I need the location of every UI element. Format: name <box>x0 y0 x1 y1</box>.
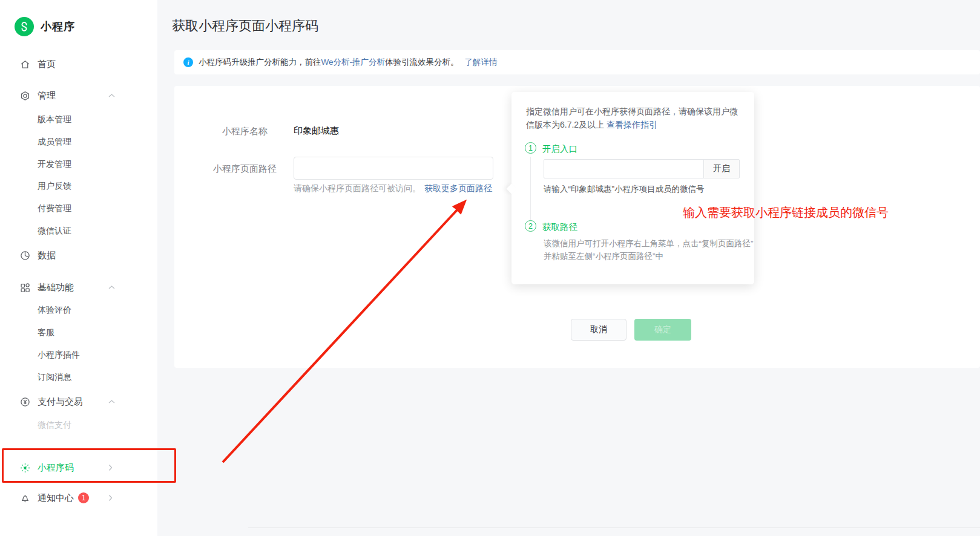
cancel-button[interactable]: 取消 <box>571 319 626 341</box>
nut-icon <box>20 91 30 101</box>
sidebar-item-dev-management[interactable]: 开发管理 <box>0 155 157 174</box>
guide-popover: 指定微信用户可在小程序获得页面路径，请确保该用户微信版本为6.7.2及以上 查看… <box>511 92 754 284</box>
page-title: 获取小程序页面小程序码 <box>172 17 318 35</box>
sidebar-item-data[interactable]: 数据 <box>0 246 157 264</box>
sidebar-item-payment-management[interactable]: 付费管理 <box>0 200 157 218</box>
page-path-hint: 请确保小程序页面路径可被访问。 <box>294 183 421 193</box>
chevron-up-icon <box>108 400 115 404</box>
yen-circle-icon <box>20 397 30 407</box>
step1-hint: 请输入“印象邮城惠”小程序项目成员的微信号 <box>544 184 705 195</box>
sidebar-item-management[interactable]: 管理 <box>0 87 157 105</box>
info-icon: i <box>183 57 193 67</box>
app-title: 小程序 <box>41 19 75 34</box>
sidebar-item-wechat-pay[interactable]: 微信支付 <box>0 416 157 434</box>
banner-text-before: 小程序码升级推广分析能力，前往 <box>199 57 321 68</box>
step2-desc-line2: 并粘贴至左侧“小程序页面路径”中 <box>544 250 663 263</box>
step2-desc-line1: 该微信用户可打开小程序右上角菜单，点击“复制页面路径” <box>544 237 754 250</box>
sidebar-item-basic-features[interactable]: 基础功能 <box>0 278 157 296</box>
app-logo: 小程序 <box>15 17 75 36</box>
miniprogram-name-value: 印象邮城惠 <box>294 125 339 137</box>
step1-number: 1 <box>525 142 536 154</box>
wechat-id-input[interactable] <box>544 159 704 178</box>
miniprogram-code-icon <box>20 463 30 473</box>
notification-badge: 1 <box>78 492 89 503</box>
sidebar-item-payment-trade[interactable]: 支付与交易 <box>0 393 157 411</box>
sidebar: 小程序 首页 管理 版本管理 成员管理 开发管理 用户反馈 付费管理 微信认证 … <box>0 0 157 536</box>
annotation-note-text: 输入需要获取小程序链接成员的微信号 <box>683 204 889 221</box>
info-banner: i 小程序码升级推广分析能力，前往We分析-推广分析体验引流效果分析。 了解详情 <box>174 50 980 74</box>
sidebar-item-version-management[interactable]: 版本管理 <box>0 111 157 129</box>
sidebar-item-experience-review[interactable]: 体验评价 <box>0 301 157 319</box>
sidebar-item-home[interactable]: 首页 <box>0 55 157 73</box>
page-path-label: 小程序页面路径 <box>213 163 277 175</box>
miniprogram-logo-icon <box>15 17 34 36</box>
page-path-input[interactable] <box>294 157 493 180</box>
chevron-up-icon <box>108 94 115 98</box>
banner-analysis-link[interactable]: We分析-推广分析 <box>321 57 386 68</box>
sidebar-item-user-feedback[interactable]: 用户反馈 <box>0 177 157 195</box>
sidebar-item-notification-center[interactable]: 通知中心 1 <box>0 489 157 507</box>
banner-text-after: 体验引流效果分析。 <box>385 57 459 68</box>
view-guide-link[interactable]: 查看操作指引 <box>607 120 657 129</box>
sidebar-item-member-management[interactable]: 成员管理 <box>0 133 157 151</box>
chevron-up-icon <box>108 286 115 290</box>
pie-chart-icon <box>20 250 30 261</box>
step2-title: 获取路径 <box>542 221 577 233</box>
banner-detail-link[interactable]: 了解详情 <box>465 57 498 68</box>
step1-title: 开启入口 <box>542 143 577 155</box>
home-icon <box>20 59 30 70</box>
sidebar-item-subscribe-message[interactable]: 订阅消息 <box>0 368 157 387</box>
confirm-button[interactable]: 确定 <box>634 319 691 341</box>
step-connector-line <box>530 157 531 221</box>
get-more-paths-link[interactable]: 获取更多页面路径 <box>424 183 492 193</box>
bottom-divider <box>248 528 980 528</box>
open-button[interactable]: 开启 <box>703 159 740 178</box>
miniprogram-name-label: 小程序名称 <box>222 126 268 137</box>
chevron-right-icon <box>108 465 113 471</box>
sidebar-item-wechat-verification[interactable]: 微信认证 <box>0 222 157 240</box>
sidebar-item-customer-service[interactable]: 客服 <box>0 324 157 342</box>
step2-number: 2 <box>525 220 536 232</box>
sidebar-item-miniprogram-code[interactable]: 小程序码 <box>0 459 157 477</box>
chevron-right-icon <box>108 495 113 502</box>
grid-icon <box>20 283 30 293</box>
sidebar-item-miniprogram-plugin[interactable]: 小程序插件 <box>0 346 157 364</box>
bell-icon <box>20 493 30 503</box>
